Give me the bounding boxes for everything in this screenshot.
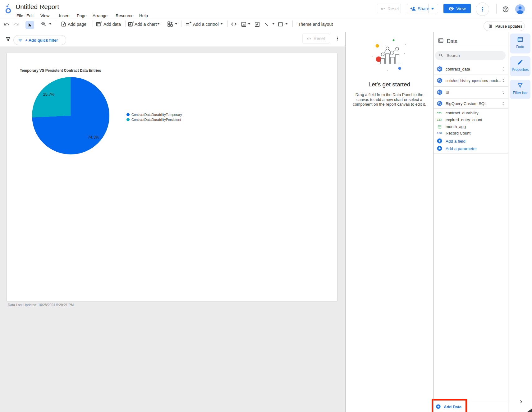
shape-dropdown-arrow[interactable]: [285, 23, 288, 25]
share-button[interactable]: Share: [407, 4, 438, 13]
add-chart-dropdown-arrow[interactable]: [157, 23, 160, 25]
data-source-bigquery-custom-sql[interactable]: BigQuery Custom SQL: [446, 101, 487, 106]
source-divider: [434, 86, 508, 87]
help-icon[interactable]: [502, 6, 509, 13]
add-data-top-divider: [467, 401, 508, 401]
source-divider: [434, 98, 508, 98]
menu-help[interactable]: Help: [139, 13, 148, 18]
sort-toggle-icon[interactable]: [501, 90, 506, 95]
pencil-icon: [517, 59, 523, 65]
toolbar-separator: [125, 21, 126, 27]
add-parameter-icon: [437, 145, 443, 151]
add-control-dropdown-arrow[interactable]: [220, 23, 223, 25]
add-data-icon: [96, 21, 102, 27]
share-button-divider: [428, 4, 429, 13]
looker-studio-logo[interactable]: [4, 3, 14, 14]
community-viz-dropdown-arrow[interactable]: [175, 23, 178, 25]
collapse-panel-chevron[interactable]: [518, 399, 524, 405]
menu-arrange[interactable]: Arrange: [93, 13, 108, 18]
menu-view[interactable]: View: [40, 13, 49, 18]
field-contract-durability[interactable]: contract_durability: [446, 111, 479, 115]
corner-cursor-fragment: [527, 409, 532, 412]
logo-ring: [6, 9, 11, 13]
search-box[interactable]: [435, 51, 506, 60]
add-control-button[interactable]: Add a control: [193, 22, 219, 27]
add-chart-button[interactable]: Add a chart: [135, 22, 157, 27]
line-dropdown-arrow[interactable]: [272, 23, 275, 25]
toolbar-separator: [292, 21, 293, 27]
line-tool-button[interactable]: [263, 21, 269, 27]
pie-chart[interactable]: [32, 77, 109, 154]
eye-icon: [448, 6, 454, 11]
share-dropdown-arrow[interactable]: [431, 8, 434, 10]
shape-tool-button[interactable]: [277, 21, 283, 27]
undo-button[interactable]: [3, 21, 10, 27]
add-field-icon: [437, 138, 443, 144]
redo-button[interactable]: [13, 21, 19, 27]
menu-edit[interactable]: Edit: [26, 13, 34, 18]
tab-filter-bar[interactable]: Filter bar: [510, 80, 530, 99]
data-panel-right-border: [508, 32, 508, 412]
tab-properties[interactable]: Properties: [510, 56, 530, 76]
menu-file[interactable]: File: [16, 13, 23, 18]
embed-code-button[interactable]: [231, 21, 237, 27]
theme-and-layout-button[interactable]: Theme and layout: [298, 22, 333, 27]
fields-bottom-divider: [434, 153, 508, 153]
view-button[interactable]: View: [443, 4, 471, 13]
pause-icon: [488, 24, 493, 29]
menu-page[interactable]: Page: [77, 13, 87, 18]
sort-toggle-icon[interactable]: [501, 78, 506, 83]
avatar[interactable]: [515, 4, 525, 14]
sort-toggle-icon[interactable]: [501, 66, 506, 71]
toolbar-separator: [227, 21, 228, 27]
data-panel-left-border: [433, 32, 434, 412]
header-more-options-button[interactable]: [476, 2, 489, 16]
menu-insert[interactable]: Insert: [59, 13, 70, 18]
data-last-updated: Data Last Updated: 10/28/2024 5:29:21 PM: [8, 303, 74, 307]
toolbar-separator: [23, 21, 23, 27]
legend-dot-persistent: [126, 118, 130, 121]
add-a-field-button[interactable]: Add a field: [446, 139, 466, 144]
add-data-button[interactable]: Add data: [103, 22, 121, 27]
illustration-blue-dot: [398, 67, 401, 70]
filter-bar-more-options[interactable]: [334, 35, 341, 42]
pause-updates-button[interactable]: Pause updates: [484, 21, 525, 31]
field-record-count[interactable]: Record Count: [446, 131, 470, 135]
zoom-dropdown-arrow[interactable]: [49, 23, 52, 25]
community-visualizations-button[interactable]: [167, 21, 173, 27]
field-month-agg[interactable]: month_agg: [446, 124, 466, 129]
text-box-button[interactable]: [254, 21, 260, 27]
report-title[interactable]: Untitled Report: [16, 3, 59, 11]
add-a-parameter-button[interactable]: Add a parameter: [446, 146, 477, 151]
header-reset-button[interactable]: Reset: [377, 4, 401, 13]
canvas-right-border: [345, 32, 346, 412]
illustration-green-dot: [393, 39, 395, 41]
source-divider: [434, 75, 508, 75]
header-border: [0, 19, 532, 19]
data-source-contract-data[interactable]: contract_data: [446, 67, 470, 71]
tab-data[interactable]: Data: [510, 34, 530, 53]
add-chart-icon: [128, 21, 134, 27]
add-quick-filter-button[interactable]: + Add quick filter: [13, 35, 66, 45]
chart-title: Temporary VS Persistent Contract Data En…: [20, 68, 101, 73]
getting-started-heading: Let's get started: [345, 81, 433, 88]
search-input[interactable]: [447, 53, 493, 58]
data-source-ttl[interactable]: ttl: [446, 90, 449, 95]
collapse-source-icon[interactable]: [501, 101, 506, 106]
bigquery-source-icon: [436, 89, 443, 96]
add-page-button[interactable]: Add page: [68, 22, 86, 27]
image-dropdown-arrow[interactable]: [248, 23, 251, 25]
filter-reset-button[interactable]: Reset: [302, 34, 330, 43]
text-field-icon: ABC: [436, 111, 443, 115]
cursor-icon: [28, 23, 32, 27]
header-divider: [496, 4, 497, 14]
pie-slice-label-temporary: 74.3%: [84, 135, 103, 140]
zoom-tool-button[interactable]: [40, 21, 47, 27]
data-source-enriched-history[interactable]: enriched_history_operations_sorob...: [446, 78, 501, 83]
menu-resource[interactable]: Resource: [116, 13, 134, 18]
image-button[interactable]: [241, 21, 247, 27]
field-expired-entry-count[interactable]: expired_entry_count: [446, 117, 482, 122]
filter-reset-undo-icon: [306, 36, 311, 41]
toolbar-separator: [181, 21, 181, 27]
select-tool-button[interactable]: [25, 21, 34, 29]
